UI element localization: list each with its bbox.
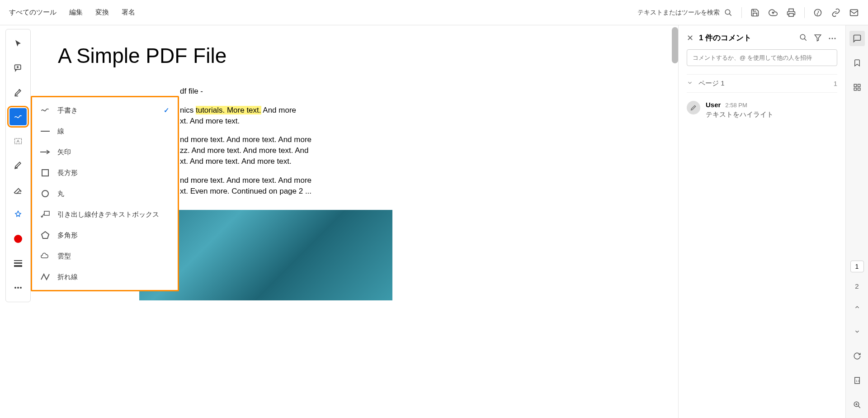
svg-rect-30 bbox=[854, 88, 856, 90]
menu-sign[interactable]: 署名 bbox=[122, 8, 135, 17]
close-icon[interactable]: ✕ bbox=[687, 33, 693, 43]
highlight-tool[interactable] bbox=[9, 84, 27, 101]
svg-marker-24 bbox=[815, 35, 821, 41]
fit-page-button[interactable]: 1:1 bbox=[849, 373, 865, 388]
right-toolbar: 1 2 1:1 bbox=[845, 25, 868, 418]
search-area[interactable]: テキストまたはツールを検索 bbox=[637, 8, 733, 18]
total-pages-label: 2 bbox=[849, 281, 865, 290]
top-menu-left: すべてのツール 編集 変換 署名 bbox=[9, 8, 135, 17]
rotate-button[interactable] bbox=[849, 348, 865, 364]
add-comment-tool[interactable] bbox=[9, 59, 27, 76]
line-icon bbox=[40, 126, 50, 136]
thumbnails-toggle[interactable] bbox=[849, 80, 865, 95]
draw-shape-dropdown: 手書き ✓ 線 矢印 長方形 丸 引き出し線付きテキストボックス 多角形 bbox=[31, 96, 179, 291]
svg-rect-4 bbox=[850, 10, 858, 15]
link-icon[interactable] bbox=[831, 8, 841, 18]
dd-polygon[interactable]: 多角形 bbox=[32, 225, 178, 246]
save-icon[interactable] bbox=[750, 8, 760, 18]
zoom-in-button[interactable] bbox=[849, 397, 865, 413]
filter-icon[interactable] bbox=[814, 33, 823, 43]
line-weight-icon bbox=[14, 260, 22, 267]
dd-label: 引き出し線付きテキストボックス bbox=[57, 210, 159, 219]
ai-assist-icon[interactable] bbox=[813, 8, 823, 18]
dd-label: 手書き bbox=[57, 106, 78, 115]
dd-freehand[interactable]: 手書き ✓ bbox=[32, 100, 178, 121]
dd-callout-textbox[interactable]: 引き出し線付きテキストボックス bbox=[32, 204, 178, 225]
document-body: df file - nics tutorials. More text. And… bbox=[180, 86, 469, 196]
text-fragment: xt. And more text. And more text. bbox=[180, 157, 292, 166]
dd-label: 丸 bbox=[57, 190, 64, 198]
svg-point-0 bbox=[725, 10, 730, 14]
comment-input[interactable] bbox=[687, 49, 837, 66]
svg-point-14 bbox=[20, 287, 22, 289]
text-fragment: nd more text. And more text. And more bbox=[180, 176, 311, 185]
svg-line-20 bbox=[42, 214, 44, 217]
callout-icon bbox=[40, 209, 50, 219]
more-options-icon[interactable] bbox=[828, 33, 837, 43]
page-up-button[interactable] bbox=[849, 299, 865, 315]
search-icon[interactable] bbox=[723, 8, 733, 18]
dd-rectangle[interactable]: 長方形 bbox=[32, 162, 178, 183]
svg-point-26 bbox=[832, 38, 833, 39]
page-down-button[interactable] bbox=[849, 324, 865, 339]
mail-icon[interactable] bbox=[849, 8, 859, 18]
svg-point-12 bbox=[14, 287, 16, 289]
dd-label: 線 bbox=[57, 127, 64, 136]
dd-label: 矢印 bbox=[57, 148, 71, 157]
menu-convert[interactable]: 変換 bbox=[95, 8, 109, 17]
pen-sign-tool[interactable] bbox=[9, 157, 27, 174]
menu-all-tools[interactable]: すべてのツール bbox=[9, 8, 57, 17]
print-icon[interactable] bbox=[786, 8, 796, 18]
dd-arrow[interactable]: 矢印 bbox=[32, 142, 178, 162]
check-icon: ✓ bbox=[164, 106, 170, 114]
draw-tool[interactable] bbox=[9, 108, 27, 125]
page-comment-count: 1 bbox=[834, 80, 837, 87]
svg-line-23 bbox=[804, 38, 807, 41]
text-fragment: zz. And more text. And more text. And bbox=[180, 146, 308, 155]
dd-label: 多角形 bbox=[57, 231, 78, 240]
search-comments-icon[interactable] bbox=[799, 33, 808, 43]
text-box-tool[interactable]: A bbox=[9, 133, 27, 150]
pin-tool[interactable] bbox=[9, 206, 27, 223]
svg-point-27 bbox=[835, 38, 836, 39]
text-fragment: xt. And more text. bbox=[180, 117, 240, 125]
text-fragment: nics bbox=[180, 106, 196, 114]
page-group-header[interactable]: ページ 1 1 bbox=[687, 74, 837, 93]
svg-text:A: A bbox=[17, 139, 20, 143]
comments-panel: ✕ 1 件のコメント ページ 1 1 User 2:58 PM テキストをハイラ… bbox=[678, 25, 845, 418]
separator bbox=[741, 7, 742, 18]
text-fragment: df file - bbox=[180, 87, 203, 95]
comment-body: User 2:58 PM テキストをハイライト bbox=[706, 101, 837, 119]
svg-point-13 bbox=[17, 287, 19, 289]
circle-icon bbox=[40, 189, 50, 199]
dd-circle[interactable]: 丸 bbox=[32, 183, 178, 204]
dd-cloud[interactable]: 雲型 bbox=[32, 246, 178, 266]
eraser-tool[interactable] bbox=[9, 181, 27, 199]
dd-line[interactable]: 線 bbox=[32, 121, 178, 142]
freehand-icon bbox=[40, 105, 50, 115]
line-weight-tool[interactable] bbox=[9, 255, 27, 272]
select-tool[interactable] bbox=[9, 35, 27, 52]
vertical-scrollbar[interactable] bbox=[672, 27, 678, 63]
svg-point-25 bbox=[829, 38, 830, 39]
dd-label: 長方形 bbox=[57, 169, 78, 177]
color-picker[interactable] bbox=[9, 230, 27, 247]
more-tools[interactable] bbox=[9, 279, 27, 296]
menu-edit[interactable]: 編集 bbox=[69, 8, 83, 17]
polyline-icon bbox=[40, 272, 50, 282]
highlighted-text[interactable]: tutorials. More text. bbox=[196, 106, 261, 114]
comment-item[interactable]: User 2:58 PM テキストをハイライト bbox=[687, 93, 837, 127]
comments-pane-toggle[interactable] bbox=[849, 31, 865, 46]
svg-rect-28 bbox=[854, 84, 856, 86]
cloud-upload-icon[interactable] bbox=[768, 8, 778, 18]
current-page-input[interactable]: 1 bbox=[850, 261, 864, 272]
dd-polyline[interactable]: 折れ線 bbox=[32, 266, 178, 287]
page-label: ページ 1 bbox=[698, 79, 725, 88]
dd-label: 雲型 bbox=[57, 252, 71, 261]
top-menu-right: テキストまたはツールを検索 bbox=[637, 7, 859, 18]
separator bbox=[804, 7, 805, 18]
comments-header: ✕ 1 件のコメント bbox=[687, 33, 837, 43]
svg-rect-2 bbox=[789, 13, 793, 16]
bookmark-pane-toggle[interactable] bbox=[849, 55, 865, 71]
svg-rect-17 bbox=[42, 170, 48, 176]
